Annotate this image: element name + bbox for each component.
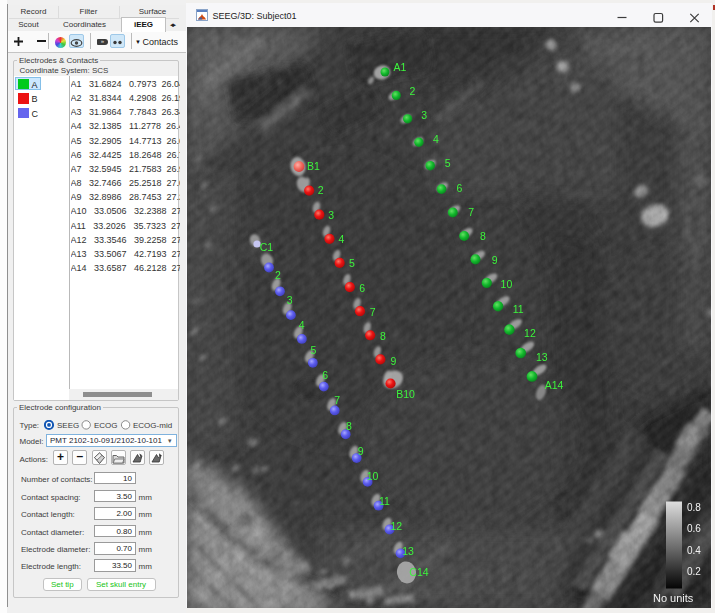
- svg-text:A1: A1: [393, 60, 406, 72]
- svg-text:9: 9: [390, 354, 396, 366]
- svg-text:0.6: 0.6: [687, 523, 701, 534]
- svg-text:B1: B1: [307, 159, 320, 171]
- svg-text:8: 8: [480, 230, 486, 242]
- svg-text:C14: C14: [409, 566, 428, 578]
- svg-text:No units: No units: [653, 591, 694, 603]
- svg-text:12: 12: [524, 326, 536, 338]
- svg-text:3: 3: [328, 208, 334, 220]
- svg-text:0.4: 0.4: [687, 545, 701, 556]
- svg-text:6: 6: [359, 281, 365, 293]
- svg-text:2: 2: [318, 184, 324, 196]
- svg-text:8: 8: [346, 419, 352, 431]
- svg-text:13: 13: [402, 545, 414, 557]
- svg-text:9: 9: [358, 444, 364, 456]
- svg-text:5: 5: [445, 157, 451, 169]
- svg-text:7: 7: [334, 394, 340, 406]
- svg-text:3: 3: [421, 109, 427, 121]
- svg-text:C1: C1: [260, 241, 274, 253]
- svg-text:7: 7: [370, 306, 376, 318]
- svg-text:11: 11: [379, 494, 390, 506]
- svg-text:B10: B10: [396, 388, 415, 400]
- svg-text:4: 4: [339, 232, 345, 244]
- svg-text:9: 9: [492, 254, 498, 266]
- svg-text:3: 3: [287, 293, 293, 305]
- svg-text:10: 10: [501, 278, 513, 290]
- svg-text:5: 5: [349, 257, 355, 269]
- svg-text:6: 6: [456, 181, 462, 193]
- svg-text:0.2: 0.2: [687, 565, 701, 576]
- svg-text:8: 8: [380, 330, 386, 342]
- svg-text:6: 6: [322, 369, 328, 381]
- svg-text:A14: A14: [545, 378, 564, 390]
- svg-text:5: 5: [311, 344, 317, 356]
- svg-text:2: 2: [409, 84, 415, 96]
- svg-text:11: 11: [513, 302, 524, 314]
- svg-text:2: 2: [275, 268, 281, 280]
- svg-text:10: 10: [367, 469, 379, 481]
- svg-text:12: 12: [390, 520, 402, 532]
- svg-text:7: 7: [468, 205, 474, 217]
- svg-text:0.8: 0.8: [687, 502, 701, 513]
- svg-text:13: 13: [536, 351, 548, 363]
- svg-text:4: 4: [299, 319, 305, 331]
- svg-text:4: 4: [433, 133, 439, 145]
